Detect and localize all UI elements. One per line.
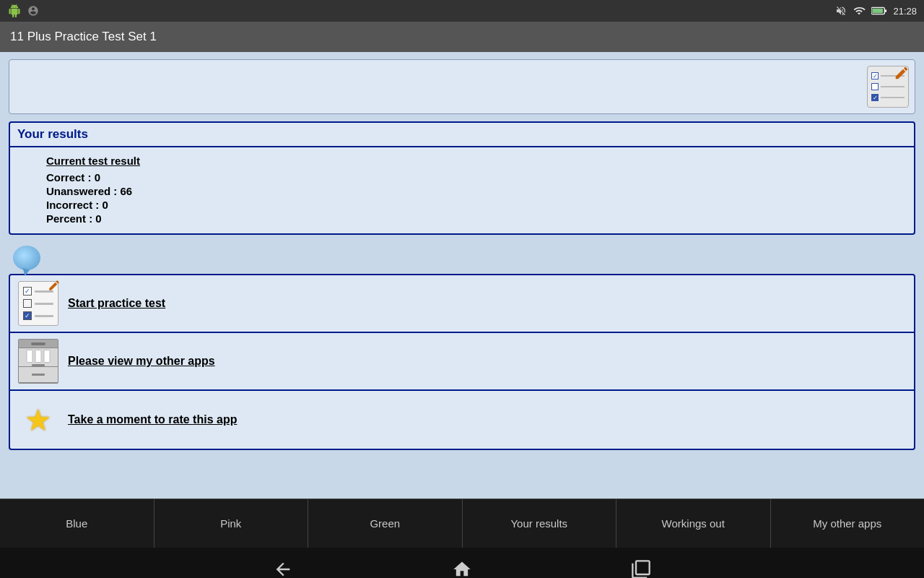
star-icon: ★ bbox=[25, 402, 52, 438]
start-practice-icon: ✓ ✓ bbox=[16, 279, 61, 328]
balloon-icon bbox=[13, 246, 40, 270]
wifi-icon bbox=[853, 5, 866, 17]
pencil-icon bbox=[894, 66, 909, 81]
rate-app-label: Take a moment to rate this app bbox=[68, 413, 237, 426]
incorrect-label: Incorrect : bbox=[46, 199, 103, 211]
tab-pink[interactable]: Pink bbox=[154, 499, 309, 548]
correct-value: 0 bbox=[95, 171, 100, 184]
results-subtitle: Current test result bbox=[46, 155, 907, 167]
percent-row: Percent : 0 bbox=[46, 212, 907, 225]
clock: 21:28 bbox=[893, 6, 917, 17]
battery-icon bbox=[871, 6, 887, 16]
pencil-small-icon bbox=[48, 279, 61, 292]
status-bar-left bbox=[7, 4, 40, 18]
unanswered-label: Unanswered : bbox=[46, 185, 121, 197]
results-title: Your results bbox=[10, 123, 914, 147]
svg-rect-2 bbox=[885, 9, 887, 12]
unanswered-value: 66 bbox=[121, 185, 133, 197]
checklist-icon-image: ✓ ✓ bbox=[867, 66, 909, 108]
svg-rect-1 bbox=[873, 9, 884, 13]
rate-app-item[interactable]: ★ Take a moment to rate this app bbox=[10, 391, 914, 449]
bottom-nav: Blue Pink Green Your results Workings ou… bbox=[0, 499, 924, 548]
other-apps-label: Please view my other apps bbox=[68, 355, 215, 368]
results-body: Current test result Correct : 0 Unanswer… bbox=[10, 147, 914, 233]
back-button[interactable] bbox=[273, 559, 293, 578]
top-panel: ✓ ✓ bbox=[9, 59, 915, 114]
start-practice-label: Start practice test bbox=[68, 297, 165, 310]
notification-icon bbox=[26, 4, 40, 18]
recents-button[interactable] bbox=[631, 559, 651, 578]
home-button[interactable] bbox=[452, 559, 472, 578]
percent-label: Percent : bbox=[46, 212, 95, 225]
tab-green[interactable]: Green bbox=[308, 499, 463, 548]
other-apps-icon bbox=[16, 337, 61, 386]
status-bar: 21:28 bbox=[0, 0, 924, 22]
incorrect-row: Incorrect : 0 bbox=[46, 199, 907, 211]
unanswered-row: Unanswered : 66 bbox=[46, 185, 907, 197]
mute-icon bbox=[835, 5, 847, 17]
results-panel: Your results Current test result Correct… bbox=[9, 121, 915, 235]
action-list: ✓ ✓ Start practice test bbox=[9, 274, 915, 450]
title-bar: 11 Plus Practice Test Set 1 bbox=[0, 22, 924, 52]
percent-value: 0 bbox=[95, 212, 101, 225]
tab-blue[interactable]: Blue bbox=[0, 499, 154, 548]
tab-my-other-apps[interactable]: My other apps bbox=[771, 499, 925, 548]
rate-app-icon: ★ bbox=[16, 395, 61, 444]
main-content: ✓ ✓ Your results Current test resu bbox=[0, 52, 924, 499]
other-apps-item[interactable]: Please view my other apps bbox=[10, 333, 914, 391]
android-nav-bar bbox=[0, 548, 924, 578]
tab-workings-out[interactable]: Workings out bbox=[616, 499, 771, 548]
balloon-area bbox=[9, 242, 915, 274]
android-icon bbox=[7, 4, 22, 18]
start-practice-test-item[interactable]: ✓ ✓ Start practice test bbox=[10, 275, 914, 333]
tab-your-results[interactable]: Your results bbox=[463, 499, 617, 548]
app-title: 11 Plus Practice Test Set 1 bbox=[10, 30, 157, 44]
status-bar-right: 21:28 bbox=[835, 5, 917, 17]
correct-label: Correct : bbox=[46, 171, 95, 184]
correct-row: Correct : 0 bbox=[46, 171, 907, 184]
incorrect-value: 0 bbox=[103, 199, 108, 211]
